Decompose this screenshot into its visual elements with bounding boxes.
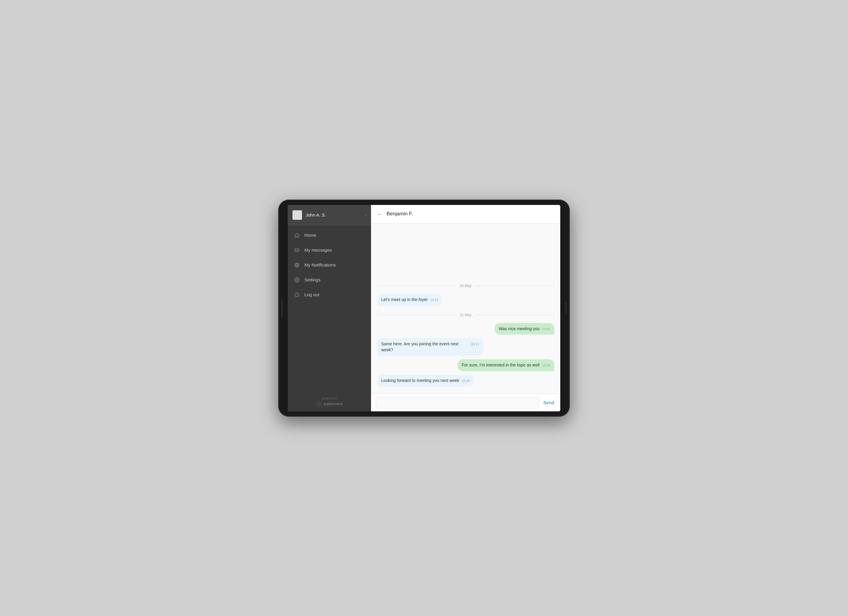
- message-row: Was nice meeting you 14:42: [377, 323, 554, 335]
- empty-space: [377, 230, 554, 278]
- home-icon: [294, 232, 300, 238]
- chat-header: ← Benjamin F.: [371, 205, 560, 224]
- sidebar-item-logout[interactable]: Log out: [288, 287, 371, 302]
- messages-container: 20 May Let's meet up in the foyer 14:41 …: [371, 224, 560, 394]
- chevron-right-icon: ›: [365, 213, 366, 218]
- back-button[interactable]: ←: [377, 210, 383, 218]
- message-time: 14:41: [430, 298, 439, 302]
- nav-label-messages: My messages: [304, 247, 332, 253]
- message-time: 15:11: [471, 342, 479, 346]
- send-button[interactable]: Send: [542, 398, 556, 407]
- message-row: Looking forward to meeting you next week…: [377, 375, 554, 386]
- settings-icon: [294, 277, 300, 283]
- message-text: Same here. Are you joining the event nex…: [381, 341, 468, 353]
- nav-label-logout: Log out: [304, 292, 319, 297]
- avatar: [292, 210, 302, 220]
- nav-label-settings: Settings: [304, 277, 320, 282]
- sidebar-nav: Home My messages: [288, 225, 371, 392]
- message-input[interactable]: [376, 397, 539, 409]
- message-bubble-sent: For sure, I'm interested in the topic as…: [458, 359, 554, 371]
- message-time: 15:26: [461, 379, 470, 383]
- tablet-frame: John A. S. › Home: [278, 200, 570, 417]
- divider-line: [377, 286, 457, 286]
- logout-icon: [294, 292, 300, 298]
- message-bubble-sent: Was nice meeting you 14:42: [495, 323, 554, 335]
- svg-rect-0: [295, 248, 299, 252]
- message-time: 15:23: [542, 363, 550, 368]
- brand-name: superevent: [292, 401, 366, 407]
- sidebar: John A. S. › Home: [288, 205, 371, 412]
- message-bubble-received: Looking forward to meeting you next week…: [377, 375, 474, 386]
- messages-icon: [294, 247, 300, 253]
- brand-label: superevent: [323, 401, 342, 406]
- screen: John A. S. › Home: [288, 205, 560, 412]
- sidebar-item-home[interactable]: Home: [288, 228, 371, 243]
- message-row: For sure, I'm interested in the topic as…: [377, 359, 554, 371]
- chat-area: ← Benjamin F. 20 May Let's meet up in th…: [371, 205, 560, 412]
- message-text: Looking forward to meeting you next week: [381, 378, 459, 384]
- divider-line: [474, 286, 554, 286]
- nav-label-home: Home: [304, 232, 316, 238]
- sidebar-item-my-messages[interactable]: My messages: [288, 243, 371, 258]
- nav-label-notifications: My Notifications: [304, 262, 336, 267]
- date-divider-may21: 21 May: [377, 313, 554, 317]
- date-label-may20: 20 May: [460, 284, 471, 288]
- svg-point-4: [297, 279, 298, 280]
- user-profile[interactable]: John A. S. ›: [288, 205, 371, 225]
- sidebar-footer: powered by superevent: [288, 392, 371, 412]
- svg-point-6: [318, 403, 320, 405]
- chat-input-area: Send: [371, 394, 560, 412]
- contact-name: Benjamin F.: [387, 211, 413, 217]
- globe-icon: [294, 262, 300, 268]
- message-text: For sure, I'm interested in the topic as…: [462, 362, 540, 368]
- divider-line: [474, 315, 554, 315]
- message-bubble-received: Let's meet up in the foyer 14:41: [377, 294, 442, 306]
- user-name: John A. S.: [305, 212, 365, 218]
- message-text: Let's meet up in the foyer: [381, 297, 428, 303]
- sidebar-item-notifications[interactable]: My Notifications: [288, 258, 371, 272]
- divider-line: [377, 315, 457, 315]
- brand-icon: [316, 401, 322, 407]
- powered-by-label: powered by: [292, 397, 366, 400]
- message-text: Was nice meeting you: [499, 326, 540, 332]
- message-row: Let's meet up in the foyer 14:41: [377, 294, 554, 306]
- date-divider-may20: 20 May: [377, 284, 554, 288]
- sidebar-item-settings[interactable]: Settings: [288, 272, 371, 287]
- date-label-may21: 21 May: [460, 313, 471, 317]
- message-time: 14:42: [542, 327, 550, 331]
- message-bubble-received: Same here. Are you joining the event nex…: [377, 338, 483, 356]
- message-row: Same here. Are you joining the event nex…: [377, 338, 554, 356]
